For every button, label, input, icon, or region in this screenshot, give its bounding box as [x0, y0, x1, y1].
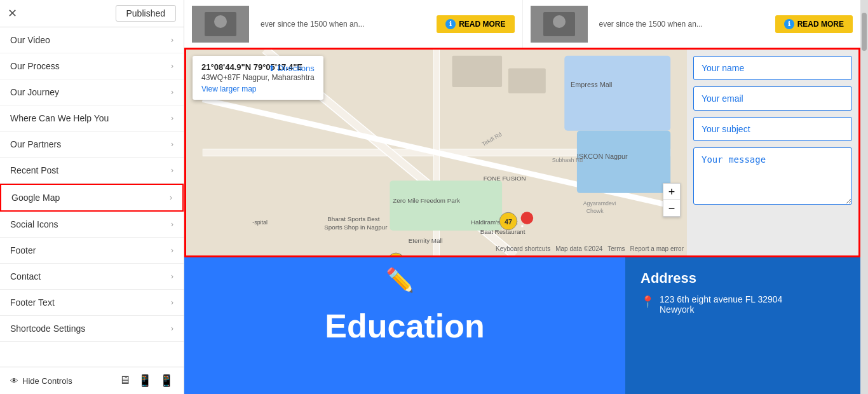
svg-text:Sports Shop in Nagpur: Sports Shop in Nagpur: [324, 224, 388, 231]
sidebar: ✕ Published Our Video › Our Process › Ou…: [0, 0, 184, 394]
eye-icon: 👁: [10, 376, 18, 386]
address-line1: 123 6th eight avenue FL 32904: [660, 294, 782, 304]
map-form-section: Empress Mall ISKCON Nagpur Zero Mile Fre…: [184, 48, 860, 257]
svg-text:FONE FUSION: FONE FUSION: [484, 175, 526, 182]
scrollbar[interactable]: [860, 0, 868, 394]
svg-text:47: 47: [505, 218, 512, 226]
sidebar-item-our-process[interactable]: Our Process ›: [0, 53, 184, 79]
sidebar-item-social-icons[interactable]: Social Icons ›: [0, 212, 184, 238]
chevron-right-icon: ›: [171, 324, 173, 333]
sidebar-item-google-map[interactable]: Google Map ›: [0, 184, 184, 212]
sidebar-item-our-video[interactable]: Our Video ›: [0, 27, 184, 53]
sidebar-item-label: Our Journey: [10, 87, 59, 97]
sidebar-item-label: Our Video: [10, 35, 50, 45]
keyboard-shortcuts-link[interactable]: Keyboard shortcuts: [496, 245, 550, 252]
svg-rect-17: [452, 56, 503, 87]
svg-text:Agyaramdevi: Agyaramdevi: [583, 200, 616, 207]
chevron-right-icon: ›: [171, 88, 173, 97]
main-content: ever since the 1500 when an... ℹ READ MO…: [184, 0, 860, 394]
info-icon-1: ℹ: [445, 19, 456, 29]
blog-cards-row: ever since the 1500 when an... ℹ READ MO…: [184, 0, 860, 48]
address-content: 📍 123 6th eight avenue FL 32904 Newyork: [641, 294, 845, 315]
chevron-right-icon: ›: [170, 193, 172, 202]
blog-text-1: ever since the 1500 when an...: [255, 20, 430, 29]
bottom-section: ✏️ Education Address 📍 123 6th eight ave…: [184, 257, 860, 394]
sidebar-item-shortcode-settings[interactable]: Shortcode Settings ›: [0, 316, 184, 342]
name-input[interactable]: [693, 56, 852, 80]
blog-image-2: [531, 6, 588, 43]
sidebar-item-footer-text[interactable]: Footer Text ›: [0, 290, 184, 316]
svg-text:Bharat Sports Best: Bharat Sports Best: [327, 215, 380, 222]
published-button[interactable]: Published: [116, 5, 177, 22]
sidebar-item-label: Recent Post: [10, 165, 58, 175]
svg-text:Eternity Mall: Eternity Mall: [409, 237, 443, 244]
footer-device-icons: 🖥 📱 📱: [119, 374, 173, 388]
sidebar-item-contact[interactable]: Contact ›: [0, 264, 184, 290]
blog-image-1: [192, 6, 249, 43]
address-line2: Newyork: [660, 304, 782, 315]
zoom-in-button[interactable]: +: [663, 184, 680, 200]
google-map-container[interactable]: Empress Mall ISKCON Nagpur Zero Mile Fre…: [186, 50, 687, 255]
chevron-right-icon: ›: [171, 272, 173, 281]
svg-text:Empress Mall: Empress Mall: [571, 81, 612, 88]
view-larger-map-link[interactable]: View larger map: [201, 85, 315, 93]
chevron-right-icon: ›: [171, 166, 173, 175]
sidebar-item-label: Our Process: [10, 61, 60, 71]
hide-controls-label: Hide Controls: [22, 376, 72, 386]
address-title: Address: [641, 270, 845, 287]
svg-point-2: [214, 15, 227, 28]
sidebar-item-our-journey[interactable]: Our Journey ›: [0, 79, 184, 105]
read-more-button-2[interactable]: ℹ READ MORE: [775, 15, 853, 33]
address-text: 123 6th eight avenue FL 32904 Newyork: [660, 294, 782, 315]
report-link[interactable]: Report a map error: [630, 245, 684, 252]
blog-card-1: ever since the 1500 when an... ℹ READ MO…: [184, 0, 523, 48]
chevron-right-icon: ›: [171, 140, 173, 149]
svg-text:ISKCON Nagpur: ISKCON Nagpur: [577, 153, 628, 160]
chevron-right-icon: ›: [171, 36, 173, 44]
terms-link[interactable]: Terms: [607, 245, 625, 252]
sidebar-item-where-can-we-help[interactable]: Where Can We Help You ›: [0, 105, 184, 132]
map-zoom-controls: + −: [663, 183, 681, 217]
sidebar-item-recent-post[interactable]: Recent Post ›: [0, 158, 184, 184]
sidebar-item-label: Shortcode Settings: [10, 323, 85, 334]
chevron-right-icon: ›: [171, 62, 173, 71]
scrollbar-thumb: [862, 13, 867, 51]
sidebar-item-label: Google Map: [11, 193, 60, 203]
sidebar-item-label: Social Icons: [10, 219, 58, 229]
chevron-right-icon: ›: [171, 246, 173, 255]
desktop-icon[interactable]: 🖥: [119, 374, 130, 388]
svg-text:●: ●: [521, 223, 524, 229]
education-title: Education: [325, 307, 484, 345]
svg-point-5: [553, 15, 566, 28]
svg-text:Baat Restaurant: Baat Restaurant: [480, 228, 526, 235]
mobile-icon[interactable]: 📱: [159, 374, 173, 388]
chevron-right-icon: ›: [171, 114, 173, 123]
sidebar-item-label: Our Partners: [10, 139, 61, 149]
close-button[interactable]: ✕: [8, 6, 17, 20]
contact-form-section: [687, 50, 858, 255]
blog-card-2: ever since the 1500 when an... ℹ READ MO…: [523, 0, 861, 48]
chevron-right-icon: ›: [171, 220, 173, 229]
hide-controls-button[interactable]: 👁 Hide Controls: [10, 376, 72, 386]
svg-rect-15: [577, 131, 670, 193]
read-more-button-1[interactable]: ℹ READ MORE: [437, 15, 514, 33]
zoom-out-button[interactable]: −: [663, 200, 680, 217]
blog-text-2: ever since the 1500 when an...: [594, 20, 769, 29]
map-info-popup: 21°08'44.9"N 79°05'17.4"E 43WQ+87F Nagpu…: [193, 56, 323, 100]
sidebar-item-label: Footer Text: [10, 297, 55, 308]
map-attribution: Keyboard shortcuts Map data ©2024 Terms …: [496, 245, 684, 252]
map-directions-link[interactable]: ⬆ Directions: [268, 64, 315, 73]
tablet-icon[interactable]: 📱: [138, 374, 152, 388]
education-panel: ✏️ Education: [184, 257, 625, 394]
email-input[interactable]: [693, 86, 852, 111]
svg-text:Subhash Rd: Subhash Rd: [552, 157, 583, 163]
chevron-right-icon: ›: [171, 298, 173, 307]
sidebar-items-list: Our Video › Our Process › Our Journey › …: [0, 27, 184, 367]
sidebar-item-our-partners[interactable]: Our Partners ›: [0, 132, 184, 158]
svg-text:Zero Mile Freedom Park: Zero Mile Freedom Park: [393, 197, 460, 204]
pencil-decoration: ✏️: [386, 267, 414, 294]
sidebar-item-footer[interactable]: Footer ›: [0, 238, 184, 264]
message-textarea[interactable]: [693, 147, 852, 205]
sidebar-footer: 👁 Hide Controls 🖥 📱 📱: [0, 367, 184, 394]
subject-input[interactable]: [693, 117, 852, 141]
